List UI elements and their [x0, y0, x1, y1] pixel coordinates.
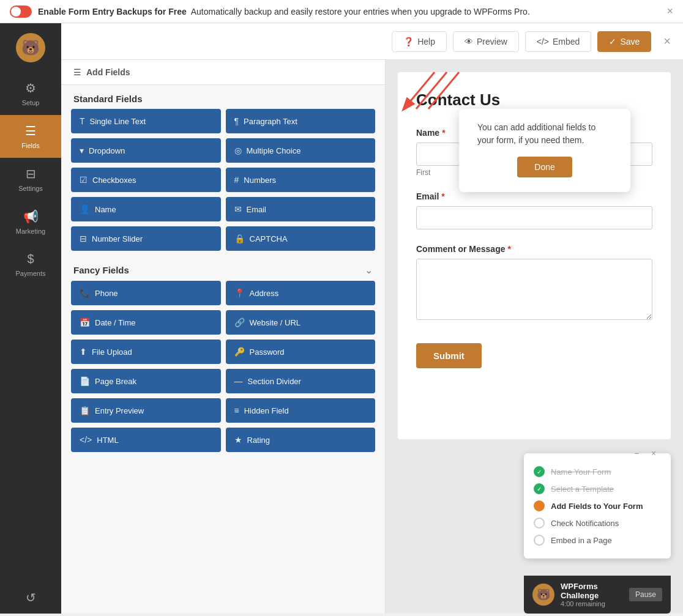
- checklist-add-fields-label: Add Fields to Your Form: [551, 502, 643, 511]
- form-preview: Contact Us Name * First: [386, 60, 683, 614]
- sidebar-item-settings[interactable]: ⊟ Settings: [0, 158, 61, 201]
- check-done-icon-2: ✓: [534, 483, 545, 494]
- field-section-divider[interactable]: — Section Divider: [226, 369, 376, 393]
- field-entry-preview[interactable]: 📋 Entry Preview: [71, 398, 221, 423]
- field-checkboxes[interactable]: ☑ Checkboxes: [71, 168, 221, 192]
- checklist-collapse-button[interactable]: −: [629, 446, 644, 461]
- field-phone[interactable]: 📞 Phone: [71, 281, 221, 305]
- top-banner: Enable Form Entry Backups for Free Autom…: [0, 0, 683, 23]
- email-field-label: Email *: [416, 191, 652, 201]
- field-paragraph-text[interactable]: ¶ Paragraph Text: [226, 109, 376, 133]
- form-title: Contact Us: [416, 91, 652, 109]
- field-number-slider[interactable]: ⊟ Number Slider: [71, 226, 221, 251]
- embed-button[interactable]: </> Embed: [525, 31, 592, 52]
- save-button[interactable]: ✓ Save: [597, 31, 651, 52]
- field-password[interactable]: 🔑 Password: [226, 340, 376, 364]
- sidebar-bottom: ↺: [21, 582, 41, 614]
- field-website-url[interactable]: 🔗 Website / URL: [226, 310, 376, 335]
- field-rating[interactable]: ★ Rating: [226, 428, 376, 452]
- field-multiple-choice[interactable]: ◎ Multiple Choice: [226, 138, 376, 163]
- field-address[interactable]: 📍 Address: [226, 281, 376, 305]
- field-file-upload[interactable]: ⬆ File Upload: [71, 340, 221, 364]
- form-field-email: Email *: [416, 191, 652, 229]
- fields-panel: ☰ Add Fields Standard Fields T Single Li…: [61, 60, 386, 614]
- message-textarea[interactable]: [416, 259, 652, 320]
- main-layout: 🐻 ⚙ Setup ☰ Fields ⊟ Settings 📢 Marketin…: [0, 23, 683, 614]
- message-field-label: Comment or Message *: [416, 244, 652, 254]
- paragraph-icon: ¶: [234, 116, 239, 126]
- checklist-close-button[interactable]: ×: [646, 446, 661, 461]
- close-button[interactable]: ×: [663, 34, 671, 48]
- form-field-message: Comment or Message *: [416, 244, 652, 322]
- html-icon: </>: [80, 435, 92, 445]
- sidebar-logo: 🐻: [0, 23, 61, 72]
- field-single-line-text[interactable]: T Single Line Text: [71, 109, 221, 133]
- checklist-select-template-label: Select a Template: [551, 484, 614, 494]
- field-captcha[interactable]: 🔒 CAPTCHA: [226, 226, 376, 251]
- done-popup-text: You can add additional fields to your fo…: [477, 121, 612, 147]
- marketing-icon: 📢: [23, 209, 39, 224]
- sidebar-item-setup[interactable]: ⚙ Setup: [0, 72, 61, 115]
- preview-button[interactable]: 👁 Preview: [453, 31, 519, 52]
- save-check-icon: ✓: [609, 37, 616, 46]
- name-required-star: *: [442, 128, 445, 138]
- captcha-icon: 🔒: [234, 234, 245, 243]
- sidebar-item-fields[interactable]: ☰ Fields: [0, 115, 61, 158]
- field-page-break[interactable]: 📄 Page Break: [71, 369, 221, 393]
- fields-icon: ☰: [25, 124, 36, 138]
- single-line-icon: T: [80, 116, 85, 126]
- fields-panel-header: ☰ Add Fields: [61, 60, 385, 85]
- date-time-icon: 📅: [80, 317, 90, 327]
- checklist-item-select-template: ✓ Select a Template: [534, 480, 661, 497]
- sidebar-item-fields-label: Fields: [21, 142, 39, 149]
- email-input[interactable]: [416, 206, 652, 229]
- sidebar-item-settings-label: Settings: [18, 185, 43, 192]
- sidebar-item-undo[interactable]: ↺: [21, 582, 41, 614]
- logo-bear: 🐻: [16, 33, 45, 62]
- sidebar-item-payments[interactable]: $ Payments: [0, 243, 61, 286]
- fancy-fields-section[interactable]: Fancy Fields ⌄: [61, 256, 385, 281]
- checklist-notifications-label: Check Notifications: [551, 519, 619, 528]
- check-pending-icon-2: [534, 535, 545, 546]
- check-pending-icon: [534, 518, 545, 529]
- help-button[interactable]: ❓ Help: [392, 31, 447, 52]
- field-date-time[interactable]: 📅 Date / Time: [71, 310, 221, 335]
- done-button[interactable]: Done: [517, 157, 572, 177]
- multiple-choice-icon: ◎: [234, 146, 242, 155]
- sidebar: 🐻 ⚙ Setup ☰ Fields ⊟ Settings 📢 Marketin…: [0, 23, 61, 614]
- address-icon: 📍: [234, 288, 245, 298]
- hidden-field-icon: ≡: [234, 406, 239, 415]
- page-break-icon: 📄: [80, 376, 90, 386]
- submit-button[interactable]: Submit: [416, 343, 482, 368]
- field-numbers[interactable]: # Numbers: [226, 168, 376, 192]
- pause-button[interactable]: Pause: [629, 588, 662, 601]
- sidebar-item-setup-label: Setup: [22, 99, 40, 106]
- challenge-avatar: 🐻: [532, 584, 554, 606]
- banner-close-button[interactable]: ×: [666, 5, 673, 18]
- sidebar-item-marketing[interactable]: 📢 Marketing: [0, 201, 61, 243]
- field-email[interactable]: ✉ Email: [226, 197, 376, 221]
- header-bar: ❓ Help 👁 Preview </> Embed ✓ Save ×: [61, 23, 683, 60]
- name-icon: 👤: [80, 204, 90, 214]
- standard-fields-grid: T Single Line Text ¶ Paragraph Text ▾ Dr…: [61, 109, 385, 256]
- field-name[interactable]: 👤 Name: [71, 197, 221, 221]
- checklist-item-add-fields: Add Fields to Your Form: [534, 497, 661, 514]
- preview-icon: 👁: [465, 37, 473, 46]
- banner-text: Enable Form Entry Backups for Free Autom…: [38, 7, 660, 17]
- number-slider-icon: ⊟: [80, 234, 87, 243]
- dropdown-icon: ▾: [80, 146, 84, 155]
- field-hidden-field[interactable]: ≡ Hidden Field: [226, 398, 376, 423]
- collapse-arrow-icon: ⌄: [365, 264, 373, 276]
- checklist-panel: − × ✓ Name Your Form ✓ Select a Template: [524, 453, 671, 558]
- section-divider-icon: —: [234, 376, 243, 386]
- checklist-item-notifications: Check Notifications: [534, 514, 661, 532]
- sidebar-item-marketing-label: Marketing: [16, 228, 45, 235]
- backup-toggle[interactable]: [10, 6, 32, 18]
- phone-icon: 📞: [80, 288, 90, 298]
- add-fields-icon: ☰: [73, 67, 81, 77]
- fancy-fields-grid: 📞 Phone 📍 Address 📅 Date / Time 🔗 Websit…: [61, 281, 385, 457]
- undo-icon: ↺: [26, 590, 36, 605]
- field-dropdown[interactable]: ▾ Dropdown: [71, 138, 221, 163]
- settings-icon: ⊟: [26, 166, 36, 181]
- field-html[interactable]: </> HTML: [71, 428, 221, 452]
